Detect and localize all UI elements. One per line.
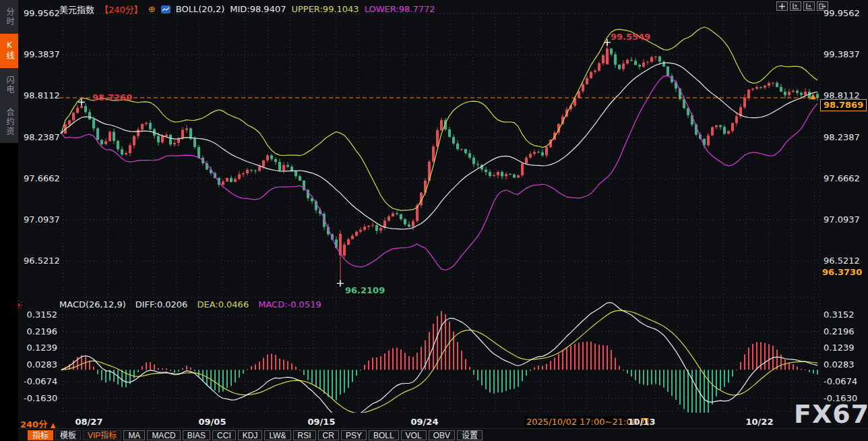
main-y-axis-label-left: 98.8112	[24, 90, 57, 100]
symbol-name: 美元指数	[59, 3, 94, 16]
sidebar-tab-2[interactable]: K线图	[0, 34, 18, 68]
macd-y-axis-label-right: 0.0283	[824, 359, 855, 370]
boll-mid-value: MID:98.9407	[230, 4, 286, 14]
plus-circle-icon[interactable]: ⊕	[148, 4, 156, 14]
x-axis-date-label: 10/22	[746, 417, 774, 427]
main-y-axis-label-left: 97.6662	[24, 173, 57, 183]
toolbar-button-cci[interactable]: CCI	[212, 430, 236, 440]
scale-vertical-icon[interactable]	[790, 1, 801, 11]
marked-high-label: 98.7260	[92, 92, 132, 102]
main-y-axis-label-right: 99.3837	[824, 49, 860, 59]
toolbar-button-设置[interactable]: 设置	[457, 430, 483, 440]
sidebar-tab-4[interactable]: 合约资料	[0, 102, 18, 143]
main-y-axis-label-right: 97.6662	[824, 173, 860, 183]
toolbar-button-vol[interactable]: VOL	[401, 430, 427, 440]
toolbar-button-psy[interactable]: PSY	[341, 430, 367, 440]
toolbar-button-指标[interactable]: 指标	[28, 430, 53, 440]
macd-y-axis-label-right: -0.0674	[824, 376, 857, 386]
macd-dea-value: DEA:0.0466	[197, 299, 249, 310]
sidebar-tab-3[interactable]: 闪电图	[0, 68, 18, 102]
x-axis-date-label: 10/13	[628, 417, 656, 427]
macd-header: MACD(26,12,9) DIFF:0.0206 DEA:0.0466 MAC…	[59, 299, 321, 310]
candlestick-chart-canvas[interactable]	[0, 0, 868, 441]
current-price-tag: 98.7869	[820, 99, 867, 111]
macd-y-axis-label-left: 0.2196	[24, 326, 57, 336]
boll-upper-value: UPPER:99.1043	[291, 4, 359, 14]
global-low-label: 96.2109	[345, 285, 385, 295]
main-y-axis-label-right: 99.9562	[824, 8, 860, 18]
macd-macd-value: MACD:-0.0519	[258, 299, 321, 310]
macd-diff-value: DIFF:0.0206	[135, 299, 188, 310]
main-y-axis-label-right: 98.8112	[824, 90, 860, 100]
main-y-axis-label-left: 98.2387	[24, 132, 57, 142]
chart-tool-buttons	[776, 1, 828, 11]
x-axis-date-label: 08/27	[75, 417, 103, 427]
macd-y-axis-label-left: -0.1630	[24, 393, 57, 403]
boll-lower-value: LOWER:98.7772	[365, 4, 435, 14]
macd-y-axis-label-left: 0.0283	[24, 359, 57, 370]
boll-label: BOLL(20,2)	[176, 4, 225, 14]
toolbar-button-rsi[interactable]: RSI	[293, 430, 316, 440]
main-y-axis-label-left: 97.0937	[24, 214, 57, 225]
toolbar-button-模板[interactable]: 模板	[55, 430, 81, 440]
macd-y-axis-label-right: 0.1239	[824, 343, 855, 353]
scale-horizontal-icon[interactable]	[803, 1, 815, 11]
toolbar-button-cr[interactable]: CR	[318, 430, 339, 440]
trading-app-window: 分时图K线图闪电图合约资料 美元指数 【240分】 ⊕ BOLL(20,2) M…	[0, 0, 868, 441]
macd-y-axis-label-left: -0.0674	[24, 376, 57, 386]
crosshair-icon[interactable]	[776, 1, 788, 11]
sidebar: 分时图K线图闪电图合约资料	[0, 0, 18, 441]
indicator-toolbar: 指标模板VIP指标MAMACDBIASCCIKDJLW&RSICRPSYBOLL…	[18, 428, 868, 441]
toolbar-button-boll[interactable]: BOLL	[369, 430, 399, 440]
macd-title: MACD(26,12,9)	[59, 299, 126, 310]
toolbar-button-lw&[interactable]: LW&	[264, 430, 290, 440]
period-label: 【240分】	[100, 3, 143, 16]
global-high-label: 99.5549	[611, 32, 650, 42]
main-y-axis-label-left: 99.9562	[24, 8, 57, 18]
toolbar-button-obv[interactable]: OBV	[429, 430, 455, 440]
macd-y-axis-label-left: 0.1239	[24, 343, 57, 353]
x-axis-date-label: 09/24	[411, 417, 439, 427]
sidebar-tab-1[interactable]: 分时图	[0, 0, 18, 34]
main-y-axis-label-right: 98.2387	[824, 132, 860, 142]
sidebar-tabs: 分时图K线图闪电图合约资料	[0, 0, 18, 143]
x-axis-date-label: 09/05	[199, 417, 226, 427]
low-price-tag: 96.3730	[822, 267, 862, 277]
main-y-axis-label-right: 96.5212	[824, 256, 860, 266]
site-watermark: FX678	[794, 399, 868, 429]
macd-y-axis-label-right: 0.2196	[824, 326, 855, 336]
main-y-axis-label-right: 97.0937	[824, 214, 860, 225]
main-y-axis-label-left: 99.3837	[24, 49, 57, 59]
x-axis-date-label: 09/15	[308, 417, 336, 427]
price-up-arrow-icon: ▲	[810, 92, 815, 100]
macd-y-axis-label-left: 0.3152	[24, 310, 57, 320]
toolbar-button-bias[interactable]: BIAS	[183, 430, 210, 440]
macd-y-axis-label-right: 0.3152	[824, 310, 855, 320]
toolbar-button-ma[interactable]: MA	[123, 430, 145, 440]
toolbar-button-kdj[interactable]: KDJ	[238, 430, 263, 440]
toolbar-button-macd[interactable]: MACD	[147, 430, 180, 440]
line-chart-icon[interactable]	[161, 5, 170, 13]
chart-header: 美元指数 【240分】 ⊕ BOLL(20,2) MID:98.9407 UPP…	[59, 3, 435, 16]
main-y-axis-label-left: 96.5212	[24, 256, 57, 266]
toolbar-button-vip指标[interactable]: VIP指标	[83, 430, 121, 440]
